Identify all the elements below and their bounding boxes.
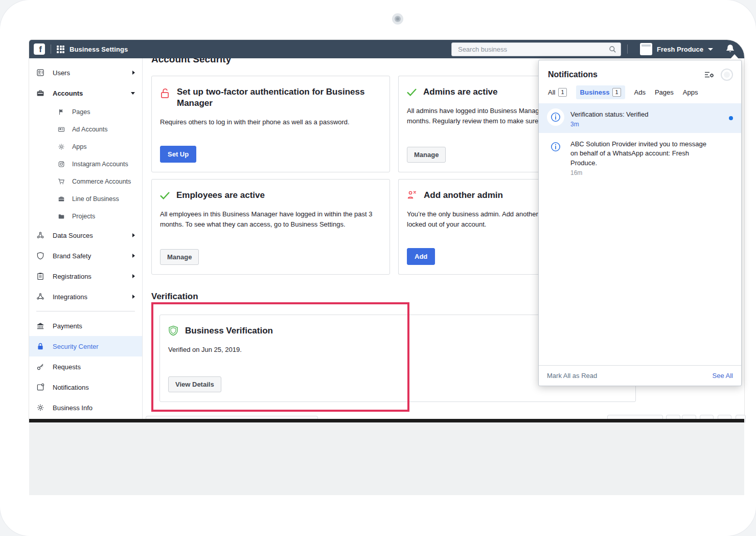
- notification-settings-icon[interactable]: [704, 71, 715, 79]
- mark-all-read-link[interactable]: Mark All as Read: [547, 372, 597, 379]
- check-icon: [160, 192, 170, 199]
- sidebar-item-registrations[interactable]: Registrations: [29, 266, 142, 286]
- card-body: All employees in this Business Manager h…: [160, 209, 375, 230]
- tab-count-badge: 1: [612, 88, 621, 97]
- gear-icon: [36, 404, 44, 412]
- business-avatar[interactable]: [640, 43, 652, 55]
- cart-icon: [58, 178, 65, 185]
- sidebar-item-accounts[interactable]: Accounts: [29, 83, 142, 103]
- sidebar-item-data-sources[interactable]: Data Sources: [29, 225, 142, 245]
- card-employees-active: Employees are active All employees in th…: [151, 179, 390, 275]
- info-icon-circle: [547, 138, 564, 155]
- sidebar-item-projects[interactable]: Projects: [29, 208, 142, 225]
- chevron-down-icon[interactable]: [708, 48, 713, 51]
- window-bottom-edge: [29, 419, 744, 422]
- card-title: Employees are active: [176, 190, 265, 201]
- screenshot-canvas: f Business Settings Fresh Produce Use: [0, 0, 756, 536]
- sidebar-item-pages[interactable]: Pages: [29, 103, 142, 121]
- facebook-logo-icon[interactable]: f: [34, 43, 45, 55]
- sidebar-item-business-info[interactable]: Business Info: [29, 397, 142, 418]
- set-up-button[interactable]: Set Up: [160, 146, 196, 163]
- notifications-bell-button[interactable]: [725, 44, 735, 55]
- tab-count-badge: 1: [558, 88, 566, 97]
- folder-icon: [58, 213, 65, 220]
- check-icon: [407, 88, 417, 96]
- notification-title: ABC Solution Provider invited you to mes…: [570, 140, 706, 168]
- notifications-panel-header: Notifications: [539, 60, 741, 85]
- sidebar-item-apps[interactable]: Apps: [29, 138, 142, 155]
- person-x-icon: [407, 190, 417, 199]
- notifications-list: Verification status: Verified 3m ABC Sol…: [539, 103, 741, 182]
- topbar-divider: [627, 44, 628, 54]
- open-lock-icon: [160, 87, 170, 99]
- card-two-factor: Set up two-factor authentication for Bus…: [151, 76, 390, 172]
- manage-button[interactable]: Manage: [407, 147, 446, 163]
- tab-pages[interactable]: Pages: [655, 88, 674, 96]
- tab-ads[interactable]: Ads: [634, 88, 646, 96]
- sidebar-item-line-of-business[interactable]: Line of Business: [29, 190, 142, 208]
- card-title: Set up two-factor authentication for Bus…: [177, 86, 381, 109]
- flag-icon: [58, 108, 65, 116]
- sidebar-item-label: Instagram Accounts: [72, 161, 128, 168]
- notification-time: 16m: [570, 169, 706, 176]
- sidebar-item-label: Commerce Accounts: [72, 178, 131, 185]
- info-icon: [551, 112, 561, 122]
- card-title: Business Verification: [185, 325, 273, 337]
- topbar-divider: [51, 44, 51, 54]
- sidebar-item-users[interactable]: Users: [29, 62, 142, 83]
- notifications-panel-title: Notifications: [548, 70, 598, 79]
- chevron-right-icon: [132, 295, 135, 299]
- sidebar-item-integrations[interactable]: Integrations: [29, 286, 142, 307]
- card-title: Add another admin: [424, 190, 503, 201]
- note-icon: [36, 383, 44, 391]
- sidebar-item-label: Requests: [53, 363, 81, 371]
- sidebar-item-label: Apps: [72, 143, 87, 150]
- notification-title: Verification status: Verified: [570, 110, 648, 119]
- sidebar-item-label: Integrations: [53, 293, 87, 301]
- business-name[interactable]: Fresh Produce: [657, 46, 703, 53]
- shield-icon: [36, 252, 44, 260]
- view-details-button[interactable]: View Details: [168, 376, 221, 392]
- sidebar-item-label: Users: [53, 69, 70, 77]
- chevron-right-icon: [132, 274, 135, 278]
- notifications-panel-footer: Mark All as Read See All: [539, 365, 741, 386]
- panel-avatar-button[interactable]: [721, 69, 733, 81]
- sidebar-item-label: Business Info: [53, 404, 93, 412]
- sidebar-item-label: Line of Business: [72, 195, 119, 203]
- sidebar-item-notifications[interactable]: Notifications: [29, 377, 142, 397]
- sidebar-item-label: Payments: [53, 322, 82, 330]
- sidebar-item-commerce-accounts[interactable]: Commerce Accounts: [29, 173, 142, 190]
- bell-icon: [725, 44, 735, 53]
- sidebar-item-label: Registrations: [53, 273, 91, 280]
- notification-item[interactable]: ABC Solution Provider invited you to mes…: [539, 133, 741, 182]
- chevron-down-icon: [131, 92, 135, 95]
- backdrop-below-window: [29, 422, 744, 495]
- search-box[interactable]: [451, 42, 621, 56]
- apps-grid-icon[interactable]: [57, 46, 64, 53]
- card-title: Admins are active: [423, 86, 498, 98]
- tab-all[interactable]: All 1: [548, 88, 567, 97]
- sidebar-item-instagram-accounts[interactable]: Instagram Accounts: [29, 155, 142, 173]
- sidebar-item-payments[interactable]: Payments: [29, 316, 142, 336]
- sidebar-item-label: Security Center: [53, 343, 99, 350]
- ad-account-card-icon: [58, 126, 65, 133]
- panel-pointer-caret: [729, 54, 740, 60]
- sidebar-item-brand-safety[interactable]: Brand Safety: [29, 245, 142, 266]
- bank-icon: [36, 322, 44, 330]
- sidebar-item-label: Ad Accounts: [72, 126, 108, 133]
- tab-apps[interactable]: Apps: [683, 88, 698, 96]
- card-body: Requires others to log in with their pho…: [160, 117, 381, 127]
- tab-business[interactable]: Business 1: [576, 85, 625, 99]
- sidebar-item-ad-accounts[interactable]: Ad Accounts: [29, 121, 142, 138]
- see-all-link[interactable]: See All: [713, 372, 733, 379]
- shield-check-icon: [168, 325, 178, 337]
- info-icon: [551, 142, 561, 152]
- add-button[interactable]: Add: [407, 248, 435, 265]
- search-input[interactable]: [457, 45, 609, 54]
- sidebar-item-label: Notifications: [53, 384, 89, 391]
- users-icon: [36, 69, 44, 77]
- sidebar-item-security-center[interactable]: Security Center: [29, 336, 142, 356]
- manage-button[interactable]: Manage: [160, 249, 199, 265]
- notification-item[interactable]: Verification status: Verified 3m: [539, 103, 741, 133]
- sidebar-item-requests[interactable]: Requests: [29, 356, 142, 377]
